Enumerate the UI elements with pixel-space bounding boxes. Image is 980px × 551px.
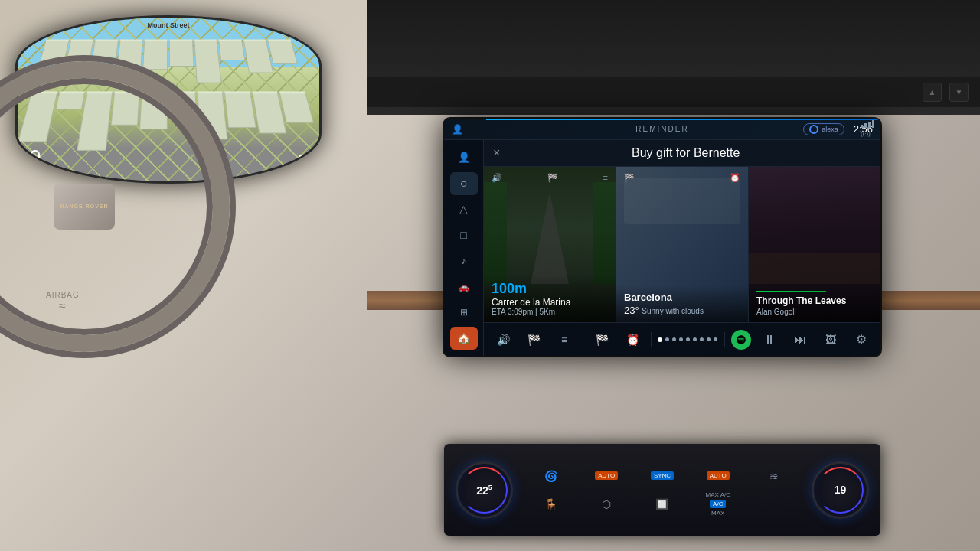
settings-button[interactable]: ⚙ <box>849 328 874 352</box>
top-bar: 👤 REMINDER alexa 2:56 ((·)) <box>444 119 880 140</box>
nav-distance: 100m <box>492 281 608 297</box>
sidebar-icon-navigation[interactable]: △ <box>450 198 478 221</box>
nav-road-perspective <box>531 192 569 284</box>
auto-badge: AUTO <box>595 471 618 480</box>
max-ac-label: MAX A/C <box>706 491 730 498</box>
music-next-btn[interactable]: ⏭ <box>788 328 812 352</box>
left-temp-dial[interactable]: 225 <box>456 461 513 519</box>
page-dot-4[interactable] <box>679 337 683 341</box>
weather-city: Barcelona <box>624 292 740 303</box>
nav-street: Carrer de la Marina <box>492 297 608 308</box>
climate-auto-label[interactable]: AUTO <box>580 463 633 488</box>
nav-list-btn[interactable]: ≡ <box>552 328 577 352</box>
map-street-name: Mount Street <box>148 21 190 29</box>
weather-cloud-bg <box>624 178 740 224</box>
page-dot-8[interactable] <box>707 337 710 341</box>
page-dot-3[interactable] <box>672 337 676 341</box>
nav-volume-btn[interactable]: 🔊 <box>491 328 515 352</box>
nav-waypoint-btn[interactable]: 🏁 <box>521 328 546 352</box>
right-temp-value: 19 <box>835 484 847 496</box>
climate-heated-icon[interactable]: ≋ <box>747 463 800 488</box>
nav-card-icons: 🔊 🏁 ≡ <box>492 173 608 183</box>
climate-seat-heat-icon[interactable]: 🪑 <box>524 491 577 517</box>
climate-rear-icon[interactable]: 🔲 <box>636 491 689 517</box>
page-dot-1[interactable] <box>658 337 662 342</box>
sidebar-icon-profile[interactable]: 👤 <box>450 146 478 169</box>
main-content: × Buy gift for Bernette 🔊 🏁 ≡ 100m <box>484 140 880 356</box>
ac-label[interactable]: A/C <box>710 500 726 508</box>
weather-card[interactable]: 🏁 ⏰ Barcelona 23° Sunny with clouds <box>616 167 749 322</box>
bottom-bar: 🔊 🏁 ≡ 🏁 ⏰ <box>484 322 880 356</box>
signal-bar-1 <box>861 125 863 128</box>
cards-area: 🔊 🏁 ≡ 100m Carrer de la Marina ETA 3:09p… <box>484 167 880 322</box>
sidebar-icon-home[interactable]: 🏠 <box>450 327 478 350</box>
close-button[interactable]: × <box>493 146 500 160</box>
rr-logo: RANGE ROVER <box>60 204 108 210</box>
steering-hub: RANGE ROVER <box>54 184 115 230</box>
music-card-content: Through The Leaves Alan Gogoll <box>749 283 880 322</box>
nav-flag-icon[interactable]: 🏁 <box>547 173 558 183</box>
page-dot-9[interactable] <box>714 337 717 341</box>
top-vent-area: ▲ ▼ <box>368 0 980 115</box>
climate-airflow-icon[interactable]: ⬡ <box>580 491 633 517</box>
page-dots <box>658 337 717 342</box>
notification-text: Buy gift for Bernette <box>500 146 871 160</box>
music-horizon <box>749 253 880 284</box>
sidebar: 👤 ○ △ □ ♪ 🚗 ⊞ 🏠 <box>444 140 484 356</box>
separator-1 <box>583 332 583 347</box>
sidebar-icon-car[interactable]: 🚗 <box>450 276 478 298</box>
weather-alarm-btn[interactable]: ⏰ <box>620 328 645 352</box>
weather-card-content: Barcelona 23° Sunny with clouds <box>616 285 748 322</box>
signal-bar-3 <box>868 122 871 128</box>
weather-card-icons: 🏁 ⏰ <box>624 173 740 183</box>
climate-fan-icon[interactable]: 🌀 <box>524 463 577 488</box>
climate-auto-right-label[interactable]: AUTO <box>691 463 744 488</box>
climate-panel: 225 🌀 AUTO SYNC AUTO ≋ 🪑 ⬡ 🔲 MAX A/C A/C… <box>444 444 880 536</box>
vent-down-btn[interactable]: ▼ <box>949 83 969 102</box>
page-dot-7[interactable] <box>700 337 704 341</box>
nav-eta: ETA 3:09pm | 5Km <box>492 308 608 316</box>
sidebar-icon-phone[interactable]: □ <box>450 223 478 246</box>
music-pause-btn[interactable]: ⏸ <box>757 328 782 352</box>
alexa-label: alexa <box>822 126 838 133</box>
spotify-button[interactable] <box>731 330 751 350</box>
music-song-title: Through The Leaves <box>756 295 873 306</box>
sidebar-icon-music[interactable]: ♪ <box>450 249 478 272</box>
nav-right-foliage <box>593 182 616 284</box>
music-card[interactable]: Through The Leaves Alan Gogoll <box>749 167 880 322</box>
right-temp-dial[interactable]: 19 <box>812 461 869 519</box>
nav-volume-icon[interactable]: 🔊 <box>492 173 502 183</box>
notification-bar: × Buy gift for Bernette <box>484 140 880 167</box>
separator-2 <box>651 332 652 347</box>
separator-3 <box>724 332 725 347</box>
alexa-badge[interactable]: alexa <box>803 123 844 135</box>
signal-bar-4 <box>872 120 874 128</box>
music-progress-line <box>756 291 826 292</box>
gear-display: P <box>298 152 308 170</box>
max-heat-label: MAX <box>711 510 724 517</box>
page-dot-2[interactable] <box>665 337 669 341</box>
reminder-label: REMINDER <box>635 125 688 133</box>
nav-left-foliage <box>484 182 507 284</box>
page-dot-6[interactable] <box>693 337 697 341</box>
nav-menu-icon[interactable]: ≡ <box>603 173 608 183</box>
climate-labels-col: MAX A/C A/C MAX <box>691 491 744 517</box>
signal-bar-2 <box>864 123 867 128</box>
weather-alarm-icon[interactable]: ⏰ <box>730 173 740 183</box>
sidebar-icon-apps[interactable]: ⊞ <box>450 302 478 324</box>
weather-desc: Sunny with clouds <box>642 307 704 315</box>
wifi-icon: ((·)) <box>861 130 874 137</box>
weather-flag-icon[interactable]: 🏁 <box>624 173 635 183</box>
left-temp-value: 225 <box>476 484 492 497</box>
weather-flag-btn[interactable]: 🏁 <box>590 328 614 352</box>
navigation-card[interactable]: 🔊 🏁 ≡ 100m Carrer de la Marina ETA 3:09p… <box>484 167 616 322</box>
vent-up-btn[interactable]: ▲ <box>923 83 942 102</box>
signal-bars <box>861 120 874 128</box>
music-source-btn[interactable]: 🖼 <box>818 328 843 352</box>
auto-right-badge: AUTO <box>707 471 730 480</box>
profile-icon[interactable]: 👤 <box>452 124 463 135</box>
sidebar-icon-home-circle[interactable]: ○ <box>450 172 478 195</box>
climate-controls: 🌀 AUTO SYNC AUTO ≋ 🪑 ⬡ 🔲 MAX A/C A/C MAX <box>521 459 804 520</box>
page-dot-5[interactable] <box>686 337 690 341</box>
climate-sync-label[interactable]: SYNC <box>636 463 689 488</box>
